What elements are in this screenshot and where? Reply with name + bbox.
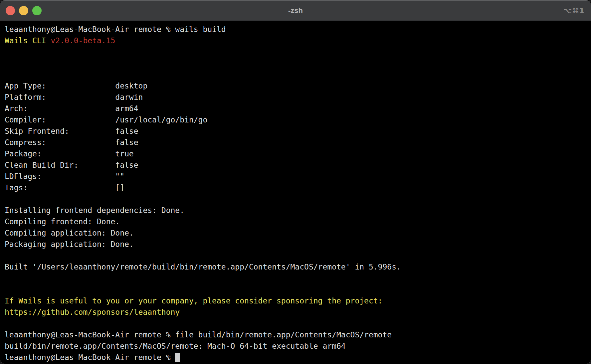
terminal-line: build/bin/remote.app/Contents/MacOS/remo… [5,340,591,352]
minimize-button[interactable] [19,6,28,15]
keyboard-shortcut-hint: ⌥⌘1 [563,6,585,15]
titlebar[interactable]: -zsh ⌥⌘1 [0,0,591,21]
terminal-screen[interactable]: leaanthony@Leas-MacBook-Air remote % wai… [0,21,591,364]
terminal-line: Skip Frontend: false [5,125,591,137]
terminal-line: leaanthony@Leas-MacBook-Air remote % [5,352,591,363]
terminal-text: Tags: [] [5,183,124,192]
terminal-text: App Type: desktop [5,82,147,90]
window-title: -zsh [0,6,591,15]
terminal-text: build/bin/remote.app/Contents/MacOS/remo… [5,342,346,350]
terminal-line: App Type: desktop [5,80,591,91]
terminal-line [5,273,591,284]
terminal-line: Compiling application: Done. [5,227,591,239]
terminal-text: leaanthony@Leas-MacBook-Air remote % [5,353,175,362]
terminal-line [5,284,591,295]
terminal-line: Installing frontend dependencies: Done. [5,205,591,216]
terminal-line [5,46,591,58]
terminal-line: Compiling frontend: Done. [5,216,591,227]
terminal-text: leaanthony@Leas-MacBook-Air remote % wai… [5,25,226,34]
terminal-window: -zsh ⌥⌘1 leaanthony@Leas-MacBook-Air rem… [0,0,591,364]
terminal-line: Arch: arm64 [5,103,591,114]
terminal-text: Arch: arm64 [5,104,138,113]
terminal-line: If Wails is useful to you or your compan… [5,295,591,306]
terminal-line: LDFlags: "" [5,171,591,182]
terminal-text: Skip Frontend: false [5,127,138,135]
terminal-line [5,69,591,80]
zoom-button[interactable] [32,6,42,15]
terminal-text: Wails CLI [5,36,51,45]
terminal-line [5,250,591,261]
cursor-block [175,353,180,362]
terminal-text: Built '/Users/leaanthony/remote/build/bi… [5,263,401,271]
terminal-text: If Wails is useful to you or your compan… [5,296,382,305]
terminal-line: https://github.com/sponsors/leaanthony [5,306,591,318]
terminal-line: Wails CLI v2.0.0-beta.15 [5,35,591,46]
terminal-text: v2.0.0-beta.15 [51,36,115,45]
terminal-line [5,318,591,329]
terminal-line: Platform: darwin [5,91,591,103]
terminal-line: leaanthony@Leas-MacBook-Air remote % wai… [5,24,591,35]
terminal-text: Packaging application: Done. [5,240,134,249]
terminal-text: leaanthony@Leas-MacBook-Air remote % fil… [5,330,392,339]
terminal-text: Compiling application: Done. [5,229,134,237]
terminal-text: Installing frontend dependencies: Done. [5,206,184,215]
terminal-text: Compress: false [5,138,138,147]
close-button[interactable] [6,6,15,15]
terminal-line: Clean Build Dir: false [5,159,591,171]
terminal-text: Platform: darwin [5,93,143,101]
terminal-text: https://github.com/sponsors/leaanthony [5,308,180,316]
traffic-lights [6,0,42,21]
terminal-line: leaanthony@Leas-MacBook-Air remote % fil… [5,329,591,340]
terminal-line [5,58,591,69]
terminal-text: Compiler: /usr/local/go/bin/go [5,115,207,124]
terminal-line: Compiler: /usr/local/go/bin/go [5,114,591,125]
terminal-text: LDFlags: "" [5,172,124,181]
terminal-line [5,193,591,205]
terminal-text: Compiling frontend: Done. [5,217,120,226]
terminal-text: Clean Build Dir: false [5,161,138,169]
terminal-line: Packaging application: Done. [5,239,591,250]
terminal-line: Tags: [] [5,182,591,193]
terminal-line: Package: true [5,148,591,159]
terminal-line: Built '/Users/leaanthony/remote/build/bi… [5,261,591,273]
terminal-text: Package: true [5,149,134,158]
terminal-line: Compress: false [5,137,591,148]
